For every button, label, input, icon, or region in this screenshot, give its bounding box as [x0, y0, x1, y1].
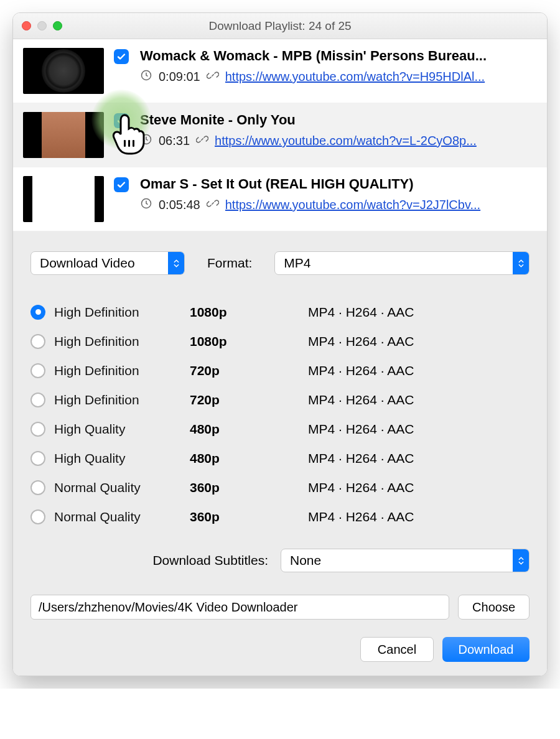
quality-codec: MP4 · H264 · AAC [308, 509, 530, 524]
clock-icon [140, 197, 152, 213]
video-title: Omar S - Set It Out (REAL HIGH QUALITY) [140, 176, 536, 192]
video-duration: 06:31 [159, 134, 190, 148]
list-item: Omar S - Set It Out (REAL HIGH QUALITY) … [13, 167, 547, 231]
video-thumbnail [23, 176, 104, 222]
action-value: Download Video [40, 256, 135, 271]
window-title: Download Playlist: 24 of 25 [13, 19, 547, 33]
quality-radio[interactable] [30, 422, 45, 437]
video-thumbnail [23, 48, 104, 94]
path-value: /Users/zhzhenov/Movies/4K Video Download… [39, 600, 298, 615]
quality-resolution: 1080p [190, 334, 308, 349]
quality-codec: MP4 · H264 · AAC [308, 451, 530, 466]
download-button[interactable]: Download [442, 637, 530, 662]
video-title: Womack & Womack - MPB (Missin' Persons B… [140, 48, 536, 64]
action-dropdown[interactable]: Download Video [30, 251, 185, 275]
quality-resolution: 720p [190, 393, 308, 407]
zoom-icon[interactable] [53, 21, 62, 30]
select-checkbox[interactable] [114, 177, 129, 192]
svg-rect-2 [128, 140, 130, 147]
format-label: Format: [207, 256, 252, 271]
quality-name: High Definition [54, 393, 190, 407]
quality-codec: MP4 · H264 · AAC [308, 363, 530, 378]
quality-name: High Quality [54, 422, 190, 437]
video-url[interactable]: https://www.youtube.com/watch?v=H95HDlAl… [225, 70, 536, 84]
video-thumbnail [23, 112, 104, 158]
quality-row[interactable]: High Quality 480p MP4 · H264 · AAC [30, 414, 530, 444]
quality-resolution: 1080p [190, 305, 308, 320]
cancel-button[interactable]: Cancel [360, 637, 434, 662]
video-duration: 0:05:48 [159, 198, 200, 212]
link-icon [196, 133, 208, 149]
quality-list: High Definition 1080p MP4 · H264 · AAC H… [30, 297, 530, 531]
choose-button[interactable]: Choose [458, 595, 530, 620]
quality-resolution: 720p [190, 363, 308, 378]
subtitles-label: Download Subtitles: [152, 553, 268, 568]
chevron-updown-icon [513, 252, 529, 274]
quality-row[interactable]: High Quality 480p MP4 · H264 · AAC [30, 444, 530, 473]
video-title: Steve Monite - Only You [140, 112, 536, 128]
quality-name: High Definition [54, 334, 190, 349]
minimize-icon[interactable] [37, 21, 47, 30]
quality-row[interactable]: Normal Quality 360p MP4 · H264 · AAC [30, 502, 530, 531]
quality-name: High Definition [54, 305, 190, 320]
quality-name: High Definition [54, 363, 190, 378]
quality-codec: MP4 · H264 · AAC [308, 393, 530, 407]
quality-row[interactable]: Normal Quality 360p MP4 · H264 · AAC [30, 473, 530, 502]
quality-row[interactable]: High Definition 720p MP4 · H264 · AAC [30, 385, 530, 414]
chevron-updown-icon [168, 252, 184, 274]
list-item: Womack & Womack - MPB (Missin' Persons B… [13, 39, 547, 103]
subtitles-dropdown[interactable]: None [281, 549, 530, 572]
format-dropdown[interactable]: MP4 [274, 251, 530, 275]
quality-resolution: 480p [190, 422, 308, 437]
list-item: Steve Monite - Only You 06:31 https://ww… [13, 103, 547, 167]
svg-rect-1 [124, 140, 126, 147]
quality-resolution: 360p [190, 509, 308, 524]
path-input[interactable]: /Users/zhzhenov/Movies/4K Video Download… [30, 595, 449, 620]
quality-radio[interactable] [30, 334, 45, 349]
quality-radio[interactable] [30, 451, 45, 466]
quality-radio[interactable] [30, 393, 45, 407]
settings-panel: Download Video Format: MP4 High Definiti… [13, 231, 547, 676]
quality-row[interactable]: High Definition 1080p MP4 · H264 · AAC [30, 297, 530, 327]
link-icon [207, 69, 219, 85]
quality-resolution: 360p [190, 480, 308, 495]
titlebar: Download Playlist: 24 of 25 [13, 13, 547, 39]
quality-radio[interactable] [30, 509, 45, 524]
select-checkbox[interactable] [114, 49, 129, 64]
quality-radio[interactable] [30, 480, 45, 495]
link-icon [207, 197, 219, 213]
quality-codec: MP4 · H264 · AAC [308, 422, 530, 437]
clock-icon [140, 69, 152, 85]
video-url[interactable]: https://www.youtube.com/watch?v=L-2CyO8p… [215, 134, 536, 148]
quality-codec: MP4 · H264 · AAC [308, 305, 530, 320]
close-icon[interactable] [22, 21, 31, 30]
quality-radio[interactable] [30, 363, 45, 378]
video-url[interactable]: https://www.youtube.com/watch?v=J2J7lCbv… [225, 198, 536, 212]
playlist-list: Womack & Womack - MPB (Missin' Persons B… [13, 39, 547, 231]
quality-name: High Quality [54, 451, 190, 466]
select-checkbox[interactable] [114, 113, 129, 128]
quality-name: Normal Quality [54, 480, 190, 495]
quality-radio[interactable] [30, 305, 45, 320]
quality-resolution: 480p [190, 451, 308, 466]
format-value: MP4 [284, 256, 310, 271]
dialog-window: Download Playlist: 24 of 25 Womack & Wom… [12, 12, 548, 676]
quality-row[interactable]: High Definition 720p MP4 · H264 · AAC [30, 356, 530, 385]
quality-codec: MP4 · H264 · AAC [308, 334, 530, 349]
quality-name: Normal Quality [54, 509, 190, 524]
quality-codec: MP4 · H264 · AAC [308, 480, 530, 495]
quality-row[interactable]: High Definition 1080p MP4 · H264 · AAC [30, 327, 530, 356]
video-duration: 0:09:01 [159, 70, 200, 84]
clock-icon [140, 133, 152, 149]
svg-rect-3 [133, 140, 134, 147]
traffic-lights [22, 21, 62, 30]
subtitles-value: None [290, 553, 321, 568]
chevron-updown-icon [513, 549, 529, 572]
